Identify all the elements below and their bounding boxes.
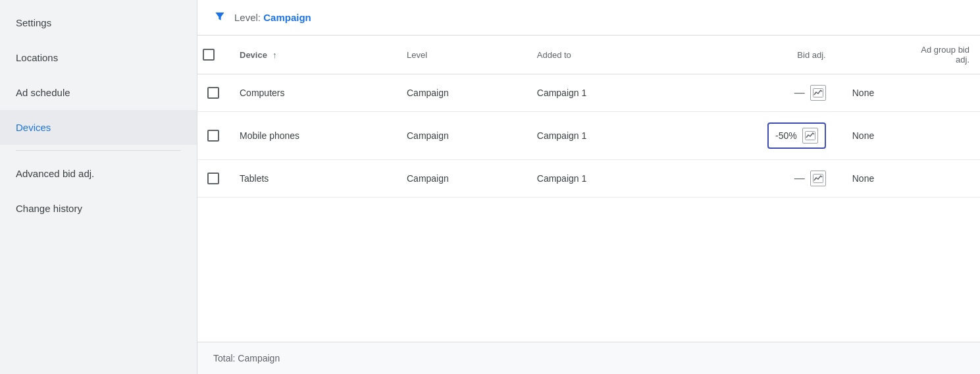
sidebar: SettingsLocationsAd scheduleDevicesAdvan…	[0, 0, 197, 374]
cell-bid-adj-0[interactable]: —	[673, 74, 837, 112]
cell-added-to-1: Campaign 1	[527, 112, 673, 160]
th-device: Device ↑	[229, 36, 396, 74]
filter-label: Level:	[234, 12, 263, 23]
cell-bid-adj-2[interactable]: —	[673, 160, 837, 198]
devices-table: Device ↑ Level Added to Bid adj. Ad grou…	[197, 36, 980, 198]
sidebar-item-change-history[interactable]: Change history	[0, 191, 197, 226]
sidebar-item-settings[interactable]: Settings	[0, 5, 197, 40]
cell-device-2: Tablets	[229, 160, 396, 198]
bid-dash-2: —	[794, 173, 805, 184]
cell-level-0: Campaign	[396, 74, 527, 112]
table-row: Mobile phonesCampaignCampaign 1-50% None	[197, 112, 980, 160]
cell-ad-group-bid-2: None	[837, 160, 980, 198]
cell-ad-group-bid-1: None	[837, 112, 980, 160]
select-all-checkbox[interactable]	[203, 49, 215, 61]
filter-icon	[213, 9, 226, 26]
cell-level-1: Campaign	[396, 112, 527, 160]
table-row: TabletsCampaignCampaign 1— None	[197, 160, 980, 198]
bid-dash-0: —	[794, 87, 805, 99]
table-wrapper: Device ↑ Level Added to Bid adj. Ad grou…	[197, 36, 980, 342]
cell-bid-adj-1[interactable]: -50%	[673, 112, 837, 160]
sidebar-item-locations[interactable]: Locations	[0, 40, 197, 75]
th-checkbox	[197, 36, 229, 74]
cell-device-0: Computers	[229, 74, 396, 112]
total-label: Total: Campaign	[213, 353, 280, 363]
table-footer: Total: Campaign	[197, 342, 980, 374]
cell-device-1: Mobile phones	[229, 112, 396, 160]
filter-text: Level: Campaign	[234, 12, 311, 23]
chart-icon-0[interactable]	[810, 85, 826, 101]
row-checkbox-cell	[197, 160, 229, 198]
cell-ad-group-bid-0: None	[837, 74, 980, 112]
sidebar-item-ad-schedule[interactable]: Ad schedule	[0, 75, 197, 110]
filter-value: Campaign	[263, 12, 311, 23]
th-bid-adj: Bid adj.	[673, 36, 837, 74]
cell-added-to-0: Campaign 1	[527, 74, 673, 112]
chart-icon-1[interactable]	[802, 128, 818, 144]
bid-value-1: -50%	[775, 130, 797, 141]
cell-level-2: Campaign	[396, 160, 527, 198]
th-ad-group-bid-adj: Ad group bidadj.	[837, 36, 980, 74]
filter-bar: Level: Campaign	[197, 0, 980, 36]
row-checkbox-2[interactable]	[207, 173, 219, 184]
row-checkbox-1[interactable]	[207, 130, 219, 142]
th-level: Level	[396, 36, 527, 74]
sidebar-item-devices[interactable]: Devices	[0, 110, 197, 145]
row-checkbox-0[interactable]	[207, 87, 219, 99]
table-row: ComputersCampaignCampaign 1— None	[197, 74, 980, 112]
th-added-to: Added to	[527, 36, 673, 74]
chart-icon-2[interactable]	[810, 171, 826, 186]
row-checkbox-cell	[197, 74, 229, 112]
highlighted-bid-cell-1[interactable]: -50%	[767, 122, 826, 149]
main-content: Level: Campaign Device ↑ Level	[197, 0, 980, 374]
sort-icon[interactable]: ↑	[272, 50, 277, 60]
cell-added-to-2: Campaign 1	[527, 160, 673, 198]
row-checkbox-cell	[197, 112, 229, 160]
th-device-label: Device	[240, 50, 267, 60]
sidebar-item-advanced-bid-adj[interactable]: Advanced bid adj.	[0, 156, 197, 191]
